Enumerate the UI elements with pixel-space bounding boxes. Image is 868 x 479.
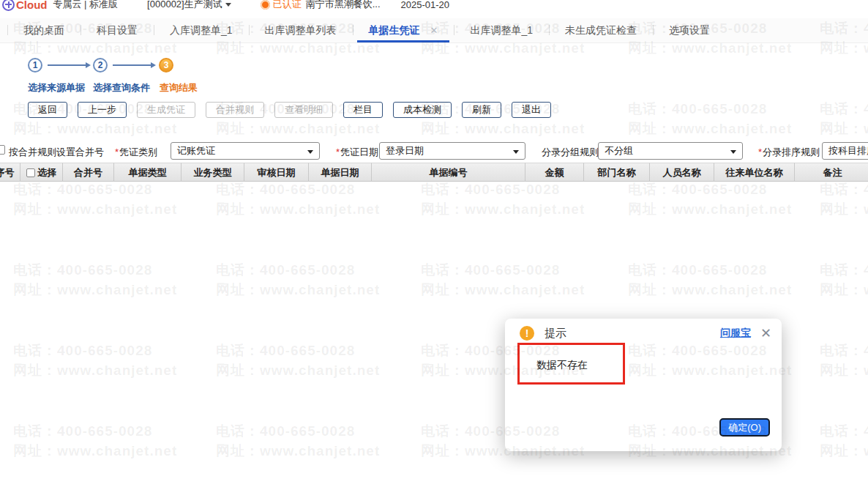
step-arrow-icon (113, 64, 151, 66)
toolbar-button[interactable]: 栏目 (343, 102, 383, 118)
step-label-query-conditions: 选择查询条件 (93, 81, 150, 94)
dialog-title: 提示 (545, 327, 566, 341)
close-icon[interactable] (760, 327, 771, 340)
tab-label: 出库调整单列表 (265, 24, 337, 36)
toolbar-button[interactable]: 刷新 (462, 102, 501, 118)
grid-column-header[interactable]: 单据类型 (114, 163, 182, 182)
grid-column-header[interactable]: 业务类型 (182, 163, 244, 182)
grid-column-header[interactable]: 序号 (0, 163, 20, 182)
entry-sorting-label: *分录排序规则 (758, 146, 820, 159)
toolbar-button[interactable]: 退出 (512, 102, 551, 118)
grid-header-row: 序号 选择 合并号 单据类型 业务类型 审核日期 单据日期 单据编号 金额 部门… (0, 163, 868, 182)
step-circle-3: 3 (159, 58, 173, 73)
grid-column-header[interactable]: 单据编号 (372, 163, 525, 182)
company-name: 南宁市黑潮餐饮... (306, 0, 381, 11)
tab-label: 未生成凭证检查 (565, 24, 637, 36)
voucher-type-select[interactable]: 记账凭证 (171, 142, 320, 160)
tab[interactable]: 科目设置 ✕ (81, 18, 154, 42)
merge-rule-checkbox[interactable] (0, 145, 5, 155)
close-icon[interactable]: ✕ (430, 25, 438, 36)
grid-column-label: 序号 (0, 167, 15, 178)
watermark-cell: 电话：400-665-0028网址：www.chanjet.net (820, 179, 868, 219)
chevron-down-icon (513, 150, 519, 154)
grid-column-label: 合并号 (74, 167, 102, 178)
dialog-header: 提示 问服宝 (520, 325, 771, 341)
grid-column-label: 单据日期 (321, 167, 359, 178)
tab[interactable]: 未生成凭证检查 ✕ (549, 18, 653, 42)
edition-label: 专属云 | 标准版 (53, 0, 119, 11)
toolbar-button[interactable]: 生成凭证 (137, 102, 195, 118)
select-all-checkbox[interactable] (26, 168, 35, 177)
tab[interactable]: 入库调整单_1 ✕ (154, 18, 249, 42)
grid-column-header[interactable]: 选择 (20, 163, 63, 182)
toolbar-button-label: 返回 (38, 104, 57, 115)
toolbar-button-label: 退出 (522, 104, 541, 115)
watermark-cell: 电话：400-665-0028网址：www.chanjet.net (216, 179, 380, 219)
voucher-options-row: 按合并规则设置合并号 *凭证类别 记账凭证 *凭证日期 登录日期 分录分组规则 … (0, 141, 868, 162)
certified-label: 已认证 (273, 0, 302, 11)
toolbar-button[interactable]: 返回 (28, 102, 67, 118)
entry-grouping-label: 分录分组规则 (542, 146, 599, 159)
grid-column-header[interactable]: 备注 (795, 163, 868, 182)
account-selector[interactable]: [000002]生产测试 (147, 0, 222, 11)
grid-column-label: 单据类型 (129, 167, 167, 178)
certified-badge-icon (261, 0, 270, 10)
step-label-select-source: 选择来源单据 (28, 81, 85, 94)
watermark-cell: 电话：400-665-0028网址：www.chanjet.net (13, 421, 177, 461)
toolbar-button[interactable]: 成本检测 (393, 102, 452, 118)
toolbar-button[interactable]: 上一步 (78, 102, 127, 118)
alert-dialog: 提示 问服宝 数据不存在 确定(O) (505, 319, 782, 451)
watermark-cell: 电话：400-665-0028网址：www.chanjet.net (216, 341, 380, 380)
tab-label: 科目设置 (97, 24, 138, 36)
annotation-red-box (517, 343, 625, 385)
tab-bar: 我的桌面 ✕ 科目设置 ✕ 入库调整单_1 ✕ 出库调整单列表 ✕ 单据生凭证 … (0, 18, 868, 43)
grid-column-label: 备注 (823, 167, 842, 178)
watermark-cell: 电话：400-665-0028网址：www.chanjet.net (628, 99, 792, 138)
grid-column-header[interactable]: 单据日期 (309, 163, 372, 182)
ok-button[interactable]: 确定(O) (719, 418, 770, 437)
tab-label: 出库调整单_1 (470, 24, 533, 36)
step-circle-1: 1 (28, 58, 42, 73)
chevron-down-icon (730, 150, 736, 154)
tab-label: 我的桌面 (23, 24, 64, 36)
watermark-cell: 电话：400-665-0028网址：www.chanjet.net (216, 260, 380, 300)
tab[interactable]: 选项设置 ✕ (653, 18, 726, 42)
toolbar-button[interactable]: 合并规则 (206, 102, 264, 118)
required-mark: * (758, 146, 762, 157)
toolbar-button-label: 成本检测 (403, 104, 441, 115)
tab[interactable]: 单据生凭证 ✕ (353, 18, 454, 42)
tab[interactable]: 出库调整单列表 ✕ (249, 18, 353, 42)
tab[interactable]: 出库调整单_1 ✕ (454, 18, 549, 42)
chanjet-logo-icon (2, 0, 15, 11)
watermark-cell: 电话：400-665-0028网址：www.chanjet.net (421, 179, 585, 219)
chevron-down-icon[interactable] (225, 3, 231, 7)
entry-grouping-value: 不分组 (605, 145, 633, 156)
entry-grouping-select[interactable]: 不分组 (598, 142, 743, 160)
watermark-cell: 电话：400-665-0028网址：www.chanjet.net (628, 260, 792, 300)
grid-column-header[interactable]: 合并号 (63, 163, 114, 182)
toolbar-button[interactable]: 查看明细 (274, 102, 333, 118)
voucher-type-label: *凭证类别 (115, 146, 157, 159)
grid-column-header[interactable]: 人员名称 (650, 163, 714, 182)
grid-column-label: 往来单位名称 (726, 167, 783, 178)
grid-column-label: 单据编号 (430, 167, 468, 178)
voucher-date-value: 登录日期 (386, 145, 424, 156)
voucher-date-label: *凭证日期 (336, 146, 378, 159)
grid-column-header[interactable]: 往来单位名称 (714, 163, 795, 182)
required-mark: * (336, 146, 340, 157)
tab-label: 单据生凭证 (369, 24, 420, 36)
toolbar: 返回 上一步 生成凭证 合并规则 查看明细 栏目 成本检测 刷新 退出 (28, 102, 561, 118)
watermark-cell: 电话：400-665-0028网址：www.chanjet.net (13, 260, 177, 300)
watermark-cell: 电话：400-665-0028网址：www.chanjet.net (820, 99, 868, 138)
tab[interactable]: 我的桌面 ✕ (7, 18, 81, 42)
grid-column-header[interactable]: 部门名称 (584, 163, 650, 182)
grid-column-header[interactable]: 金额 (525, 163, 584, 182)
service-helper-link[interactable]: 问服宝 (720, 327, 751, 340)
step-arrow-icon (48, 64, 86, 66)
grid-column-label: 金额 (545, 167, 564, 178)
watermark-cell: 电话：400-665-0028网址：www.chanjet.net (216, 421, 380, 461)
grid-column-header[interactable]: 审核日期 (244, 163, 309, 182)
voucher-date-select[interactable]: 登录日期 (379, 142, 525, 160)
entry-sorting-select[interactable]: 按科目排序 (822, 142, 868, 160)
step-circle-2: 2 (93, 58, 108, 73)
